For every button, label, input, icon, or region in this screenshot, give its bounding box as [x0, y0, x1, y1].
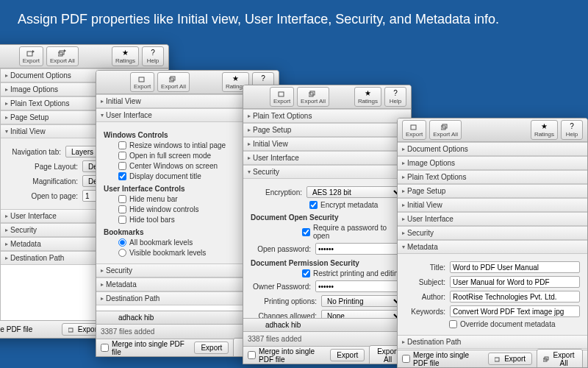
subject-input[interactable]: [450, 276, 580, 288]
metadata-panel: Title: Subject: Author: Keywords: Overri…: [398, 254, 587, 335]
merge-label: Merge into single PDF file: [259, 347, 321, 364]
merge-checkbox[interactable]: [248, 351, 256, 359]
export-button[interactable]: Export: [402, 120, 426, 140]
files-added-label: 3387 files added: [101, 328, 154, 336]
status-bar: 3387 files added: [243, 331, 411, 346]
merge-label: Merge into single PDF file: [413, 351, 479, 367]
accordion-img-options[interactable]: Image Options: [398, 157, 587, 170]
require-password-checkbox[interactable]: Require a password to open: [302, 224, 404, 240]
ratings-button[interactable]: ★Ratings: [531, 120, 558, 140]
bottom-bar: Merge into single PDF file Export Export…: [243, 346, 411, 364]
merge-checkbox[interactable]: [402, 355, 410, 363]
open-to-page-label: Open to page:: [8, 192, 78, 200]
accordion-security[interactable]: Security: [243, 166, 411, 179]
svg-rect-9: [279, 92, 284, 96]
ratings-button[interactable]: ★Ratings: [354, 87, 381, 107]
export-button[interactable]: Export: [270, 87, 294, 107]
toolbar: Rotate Export Export All ★Ratings ?Help: [0, 45, 168, 68]
author-input[interactable]: [450, 291, 580, 302]
accordion-metadata[interactable]: Metadata: [398, 241, 587, 254]
printing-select[interactable]: No Printing: [321, 295, 404, 307]
bottom-bar: Merge into single PDF file Export Export…: [398, 350, 587, 367]
file-row: adhack hib: [243, 318, 411, 331]
export-all-button[interactable]: Export All: [157, 72, 190, 92]
printing-label: Printing options:: [251, 297, 317, 305]
accordion-initial-view[interactable]: Initial View: [243, 138, 411, 151]
encryption-label: Encryption:: [251, 188, 302, 197]
open-password-input[interactable]: [315, 243, 404, 255]
window-security: Export Export All ★Ratings ?Help Plain T…: [243, 85, 412, 364]
svg-rect-12: [411, 125, 416, 130]
page-layout-label: Page Layout:: [8, 163, 78, 171]
svg-rect-15: [495, 358, 499, 361]
keywords-label: Keywords:: [405, 308, 445, 316]
accordion-plain-text[interactable]: Plain Text Options: [243, 110, 411, 123]
help-button[interactable]: ?Help: [561, 120, 583, 140]
doc-perm-heading: Document Permission Security: [251, 259, 404, 267]
help-button[interactable]: ?Help: [384, 87, 406, 107]
help-button[interactable]: ?Help: [142, 46, 164, 66]
accordion-user-interface[interactable]: User Interface: [398, 213, 587, 226]
accordion-user-interface[interactable]: User Interface: [243, 152, 411, 165]
keywords-input[interactable]: [450, 305, 580, 317]
export-button[interactable]: Export: [130, 72, 154, 92]
security-panel: Encryption:AES 128 bit Encrypt metadata …: [243, 179, 411, 339]
banner-title: Assign PDF properties like Initial view,…: [0, 0, 588, 39]
title-label: Title:: [405, 263, 445, 272]
sidebar: ind PEG image licrosoft...r document lic…: [0, 68, 1, 338]
svg-rect-0: [27, 52, 32, 56]
encrypt-metadata-checkbox[interactable]: Encrypt metadata: [309, 201, 404, 209]
export-button[interactable]: Export: [194, 342, 229, 354]
doc-open-heading: Document Open Security: [251, 213, 404, 222]
owner-password-input[interactable]: [315, 280, 404, 292]
svg-rect-3: [68, 328, 73, 332]
accordion-page-setup[interactable]: Page Setup: [243, 124, 411, 137]
subject-label: Subject:: [405, 278, 445, 286]
toolbar: Export Export All ★Ratings ?Help: [243, 85, 411, 109]
export-button[interactable]: Export: [488, 353, 532, 365]
restrict-checkbox[interactable]: Restrict printing and editing: [302, 269, 404, 277]
svg-rect-6: [139, 77, 144, 82]
merge-label: ge into single PDF file: [0, 325, 32, 333]
author-label: Author:: [405, 293, 445, 301]
override-metadata-checkbox[interactable]: Override document metadata: [449, 320, 580, 328]
export-all-button[interactable]: Export All: [297, 87, 329, 107]
nav-tab-label: Navigation tab:: [8, 148, 61, 156]
accordion-security[interactable]: Security: [398, 227, 587, 240]
magnification-label: Magnification:: [8, 177, 78, 185]
ratings-button[interactable]: ★Ratings: [112, 46, 139, 66]
accordion-page-setup[interactable]: Page Setup: [398, 185, 587, 198]
export-all-button[interactable]: Export All: [537, 349, 583, 369]
open-password-label: Open password:: [251, 245, 311, 253]
title-input[interactable]: [450, 261, 580, 273]
merge-checkbox[interactable]: [101, 344, 109, 352]
encryption-select[interactable]: AES 128 bit: [306, 186, 404, 198]
export-button[interactable]: Export: [330, 349, 365, 361]
accordion-initial-view[interactable]: Initial View: [398, 199, 587, 212]
files-added-label: 3387 files added: [248, 335, 301, 343]
export-all-button[interactable]: Export All: [46, 46, 79, 66]
accordion-doc-options[interactable]: Document Options: [398, 143, 587, 156]
owner-password-label: Owner Password:: [251, 283, 311, 291]
export-button[interactable]: Export: [19, 46, 43, 66]
toolbar: Export Export All ★Ratings ?Help: [398, 118, 587, 142]
accordion-dest-path[interactable]: Destination Path: [398, 336, 587, 349]
window-metadata: Export Export All ★Ratings ?Help Documen…: [397, 118, 588, 368]
merge-label: Merge into single PDF file: [112, 340, 185, 356]
accordion-plain-text[interactable]: Plain Text Options: [398, 171, 587, 184]
export-all-button[interactable]: Export All: [429, 120, 462, 140]
